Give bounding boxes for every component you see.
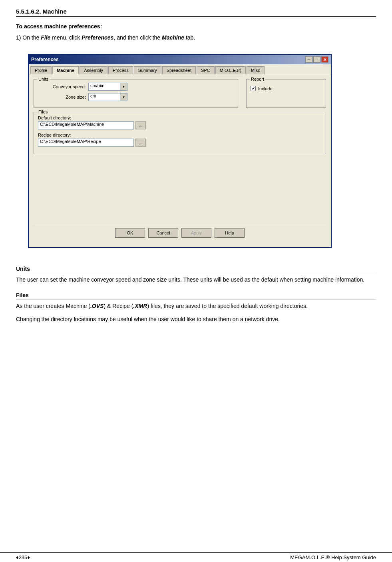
help-button[interactable]: Help xyxy=(215,228,245,238)
page-footer: ♦235♦ MEGAM.O.L.E.® Help System Guide xyxy=(0,552,392,562)
conveyor-arrow[interactable]: ▼ xyxy=(120,83,127,91)
dialog-footer: OK Cancel Apply Help xyxy=(34,224,326,242)
tab-spreadsheet[interactable]: Spreadsheet xyxy=(162,66,196,74)
conveyor-row: Conveyor speed: cm/min ▼ xyxy=(38,83,234,91)
conveyor-value[interactable]: cm/min xyxy=(88,83,120,91)
default-dir-browse[interactable]: ... xyxy=(135,121,146,129)
tab-profile[interactable]: Profile xyxy=(30,66,52,74)
dialog-title: Preferences xyxy=(31,57,59,62)
intro-paragraph: 1) On the File menu, click Preferences, … xyxy=(16,34,376,42)
files-section-text1: As the user creates Machine (.OVS) & Rec… xyxy=(16,302,376,310)
recipe-dir-input[interactable]: C:\ECD\MegaMoleMAP\Recipe xyxy=(38,139,134,147)
close-button[interactable]: ✕ xyxy=(321,56,328,63)
tab-process[interactable]: Process xyxy=(108,66,133,74)
default-dir-label: Default directory: xyxy=(38,115,322,120)
titlebar-buttons: ─ □ ✕ xyxy=(305,56,328,63)
zone-label: Zone size: xyxy=(38,95,86,99)
units-section-text: The user can set the machine conveyor sp… xyxy=(16,276,376,284)
report-group-label: Report xyxy=(250,77,265,81)
default-dir-row: Default directory: C:\ECD\MegaMoleMAP\Ma… xyxy=(38,115,322,129)
include-row: ✔ Include xyxy=(251,86,322,91)
preferences-dialog: Preferences ─ □ ✕ Profile Machine Assemb… xyxy=(28,54,332,248)
conveyor-select[interactable]: cm/min ▼ xyxy=(88,83,127,91)
tab-summary[interactable]: Summary xyxy=(134,66,161,74)
default-dir-input[interactable]: C:\ECD\MegaMoleMAP\Machine xyxy=(38,121,134,129)
zone-value[interactable]: cm xyxy=(88,93,120,101)
zone-select[interactable]: cm ▼ xyxy=(88,93,127,101)
units-group: Units Conveyor speed: cm/min ▼ Zone size… xyxy=(34,79,238,108)
dialog-body: Units Conveyor speed: cm/min ▼ Zone size… xyxy=(29,74,331,247)
footer-right: MEGAM.O.L.E.® Help System Guide xyxy=(290,554,376,560)
tab-machine[interactable]: Machine xyxy=(52,66,79,74)
files-group-label: Files xyxy=(37,109,49,114)
cancel-button[interactable]: Cancel xyxy=(148,228,178,238)
minimize-button[interactable]: ─ xyxy=(305,56,312,63)
zone-arrow[interactable]: ▼ xyxy=(120,93,127,101)
recipe-dir-browse[interactable]: ... xyxy=(135,139,146,147)
tab-mole[interactable]: M.O.L.E.(r) xyxy=(215,66,246,74)
access-heading: To access machine preferences: xyxy=(16,23,376,30)
units-section-heading: Units xyxy=(16,266,376,273)
tab-spc[interactable]: SPC xyxy=(197,66,215,74)
tab-assembly[interactable]: Assembly xyxy=(80,66,107,74)
ok-button[interactable]: OK xyxy=(115,228,145,238)
files-group: Files Default directory: C:\ECD\MegaMole… xyxy=(34,112,326,154)
include-checkbox[interactable]: ✔ xyxy=(251,86,256,91)
report-group: Report ✔ Include xyxy=(246,79,326,108)
include-label: Include xyxy=(258,86,272,91)
conveyor-label: Conveyor speed: xyxy=(38,84,86,89)
dialog-titlebar: Preferences ─ □ ✕ xyxy=(29,55,331,64)
recipe-dir-row: Recipe directory: C:\ECD\MegaMoleMAP\Rec… xyxy=(38,133,322,147)
dialog-spacer xyxy=(34,158,326,222)
maximize-button[interactable]: □ xyxy=(313,56,320,63)
page-title: 5.5.1.6.2. Machine xyxy=(16,8,376,17)
dialog-screenshot: Preferences ─ □ ✕ Profile Machine Assemb… xyxy=(28,54,332,248)
files-section-text2: Changing the directory locations may be … xyxy=(16,315,376,324)
footer-left: ♦235♦ xyxy=(16,554,30,560)
files-section-heading: Files xyxy=(16,292,376,300)
tab-misc[interactable]: Misc xyxy=(247,66,265,74)
recipe-dir-label: Recipe directory: xyxy=(38,133,322,137)
zone-row: Zone size: cm ▼ xyxy=(38,93,234,101)
units-group-label: Units xyxy=(37,77,50,81)
tab-bar: Profile Machine Assembly Process Summary… xyxy=(29,64,331,74)
recipe-dir-input-row: C:\ECD\MegaMoleMAP\Recipe ... xyxy=(38,139,322,147)
apply-button[interactable]: Apply xyxy=(181,228,211,238)
default-dir-input-row: C:\ECD\MegaMoleMAP\Machine ... xyxy=(38,121,322,129)
top-section: Units Conveyor speed: cm/min ▼ Zone size… xyxy=(34,79,326,112)
